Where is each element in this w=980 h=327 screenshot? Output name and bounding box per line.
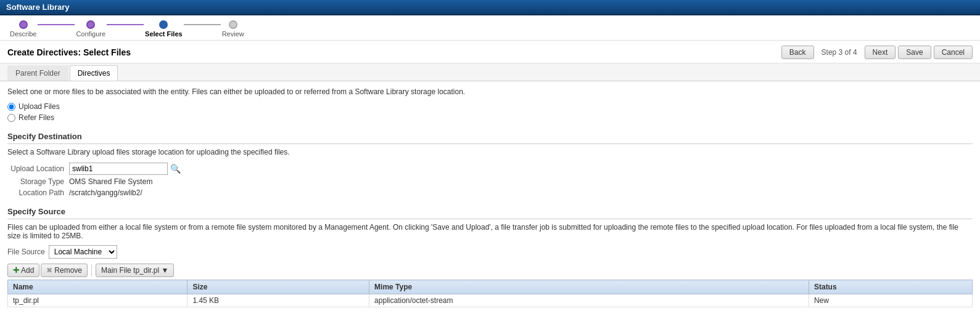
specify-destination-header: Specify Destination [7, 128, 973, 144]
wizard-label-review: Review [222, 30, 244, 38]
radio-upload-files: Upload Files [7, 102, 973, 111]
tab-directives[interactable]: Directives [70, 65, 118, 81]
app-title: Software Library [6, 2, 70, 12]
radio-upload-files-label: Upload Files [19, 102, 60, 111]
wizard-circle-review [229, 20, 237, 29]
wizard-step-select-files: Select Files [145, 20, 183, 38]
tabs-row: Parent Folder Directives [0, 63, 980, 81]
add-icon: ✛ [13, 266, 19, 275]
wizard-label-configure: Configure [76, 30, 105, 38]
app-header: Software Library [0, 0, 980, 15]
content-area: Select one or more files to be associate… [0, 81, 980, 313]
wizard-label-describe: Describe [10, 30, 36, 38]
file-source-label: File Source [7, 248, 45, 256]
col-size: Size [187, 280, 369, 294]
storage-type-value: OMS Shared File System [69, 177, 152, 186]
radio-refer-files-label: Refer Files [19, 113, 54, 122]
cell-mime: application/octet-stream [369, 294, 809, 307]
remove-button[interactable]: ✖ Remove [41, 264, 88, 277]
cell-status: New [809, 294, 972, 307]
upload-location-input[interactable] [69, 163, 168, 175]
page-title: Create Directives: Select Files [7, 47, 131, 57]
cancel-button[interactable]: Cancel [934, 46, 973, 59]
table-row: tp_dir.pl 1.45 KB application/octet-stre… [8, 294, 973, 307]
remove-label: Remove [54, 266, 82, 275]
main-file-button[interactable]: Main File tp_dir.pl ▼ [96, 264, 174, 277]
location-path-row: Location Path /scratch/gangg/swlib2/ [7, 188, 973, 197]
wizard-circle-configure [86, 20, 95, 29]
file-source-select[interactable]: Local Machine Agent Machine [49, 245, 117, 259]
description-text: Select one or more files to be associate… [7, 87, 973, 96]
upload-location-input-group: 🔍 [69, 163, 181, 175]
specify-destination-desc: Select a Software Library upload files s… [7, 148, 973, 156]
file-source-row: File Source Local Machine Agent Machine [7, 245, 973, 259]
back-button[interactable]: Back [781, 46, 814, 59]
files-toolbar: ✛ Add ✖ Remove Main File tp_dir.pl ▼ [7, 264, 973, 277]
remove-icon: ✖ [46, 266, 52, 275]
cell-size: 1.45 KB [187, 294, 369, 307]
page-header-row: Create Directives: Select Files Back Ste… [0, 41, 980, 63]
source-desc: Files can be uploaded from either a loca… [7, 223, 973, 240]
main-file-label: Main File [101, 266, 131, 275]
radio-refer-files: Refer Files [7, 113, 973, 122]
main-content: Describe Configure Select Files Review [0, 15, 980, 327]
wizard-circle-select-files [159, 20, 168, 29]
col-mime: Mime Type [369, 280, 809, 294]
wizard-steps: Describe Configure Select Files Review [0, 15, 980, 41]
upload-location-label: Upload Location [7, 164, 69, 173]
upload-location-search-icon[interactable]: 🔍 [170, 164, 181, 174]
toolbar-separator [91, 264, 92, 277]
header-buttons: Back Step 3 of 4 Next Save Cancel [781, 46, 973, 59]
wizard-step-container: Describe Configure Select Files Review [10, 20, 244, 38]
specify-source-header: Specify Source [7, 203, 973, 219]
wizard-line-3 [184, 24, 221, 25]
upload-location-row: Upload Location 🔍 [7, 163, 973, 175]
files-table: Name Size Mime Type Status tp_dir.pl 1.4… [7, 280, 973, 307]
tab-parent-folder[interactable]: Parent Folder [7, 65, 68, 81]
table-header-row: Name Size Mime Type Status [8, 280, 973, 294]
step-info: Step 3 of 4 [817, 48, 862, 57]
location-path-label: Location Path [7, 188, 69, 197]
storage-type-row: Storage Type OMS Shared File System [7, 177, 973, 186]
file-options-group: Upload Files Refer Files [7, 102, 973, 122]
save-button[interactable]: Save [898, 46, 931, 59]
wizard-label-select-files: Select Files [145, 30, 183, 38]
storage-type-label: Storage Type [7, 177, 69, 186]
radio-refer-files-input[interactable] [7, 114, 15, 122]
main-file-value: tp_dir.pl [133, 266, 159, 275]
cell-name: tp_dir.pl [8, 294, 187, 307]
col-name: Name [8, 280, 187, 294]
wizard-line-2 [107, 24, 144, 25]
wizard-step-review: Review [222, 20, 244, 38]
wizard-circle-describe [19, 20, 28, 29]
wizard-line-1 [38, 24, 75, 25]
next-button[interactable]: Next [865, 46, 896, 59]
wizard-step-configure: Configure [76, 20, 105, 38]
radio-upload-files-input[interactable] [7, 103, 15, 111]
wizard-step-describe: Describe [10, 20, 36, 38]
add-label: Add [21, 266, 34, 275]
add-button[interactable]: ✛ Add [7, 264, 39, 277]
col-status: Status [809, 280, 972, 294]
location-path-value: /scratch/gangg/swlib2/ [69, 188, 142, 197]
